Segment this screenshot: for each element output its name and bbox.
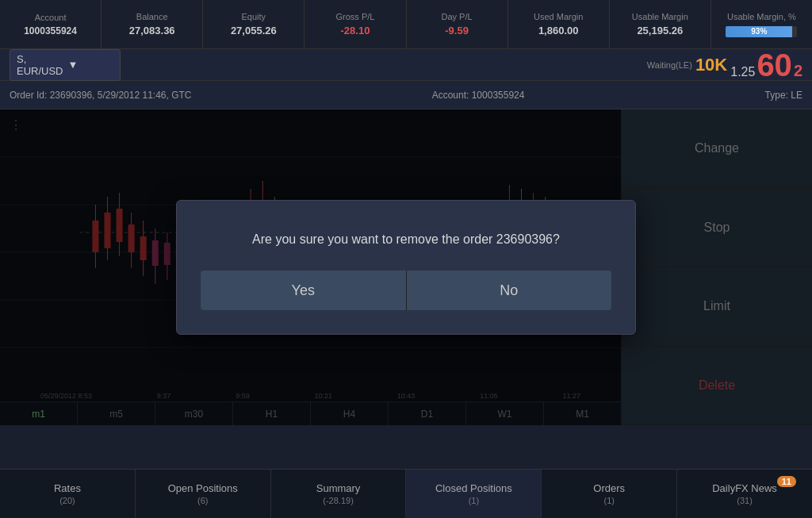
header-balance: Balance 27,083.36 <box>102 0 203 48</box>
order-info-bar: S, EUR/USD ▼ Waiting(LE) 10K 1.25 60 2 <box>0 49 812 81</box>
modal-dialog: Are you sure you want to remove the orde… <box>176 200 636 335</box>
header-usable-margin: Usable Margin 25,195.26 <box>610 0 711 48</box>
margin-bar: 93% <box>726 26 797 37</box>
modal-message: Are you sure you want to remove the orde… <box>201 232 611 247</box>
tab-dailyfx-news-count: (31) <box>737 496 753 505</box>
margin-bar-text: 93% <box>751 27 767 36</box>
header-gross-pl-value: -28.10 <box>341 25 370 36</box>
tab-dailyfx-news-badge: 11 <box>777 476 796 487</box>
order-id-text: Order Id: 23690396, 5/29/2012 11:46, GTC <box>10 90 192 101</box>
header-usable-margin-pct: Usable Margin, % 93% <box>711 0 812 48</box>
modal-yes-button[interactable]: Yes <box>201 271 407 310</box>
header-balance-value: 27,083.36 <box>129 25 175 36</box>
tab-open-positions[interactable]: Open Positions (6) <box>136 470 271 518</box>
tab-closed-positions-count: (1) <box>469 496 479 505</box>
header-usable-margin-label: Usable Margin <box>632 12 688 21</box>
header-used-margin-label: Used Margin <box>534 12 583 21</box>
tab-closed-positions[interactable]: Closed Positions (1) <box>406 470 542 518</box>
header-day-pl-value: -9.59 <box>445 25 469 36</box>
tab-orders-name: Orders <box>593 482 625 494</box>
tab-rates-count: (20) <box>59 496 75 505</box>
rate-suffix: 2 <box>794 62 802 80</box>
header-equity-label: Equity <box>242 12 266 21</box>
tab-rates[interactable]: Rates (20) <box>0 470 136 518</box>
order-account-text: Account: 1000355924 <box>432 90 525 101</box>
header-account-value: 1000355924 <box>24 25 77 36</box>
bottom-tabs: Rates (20) Open Positions (6) Summary (-… <box>0 469 812 518</box>
tab-summary-name: Summary <box>316 482 361 494</box>
modal-no-button[interactable]: No <box>407 271 612 310</box>
tab-dailyfx-news-name: DailyFX News <box>712 482 777 494</box>
rate-prefix: 1.25 <box>730 65 755 79</box>
tab-closed-positions-name: Closed Positions <box>435 482 512 494</box>
modal-overlay: Are you sure you want to remove the orde… <box>0 109 812 425</box>
chevron-down-icon: ▼ <box>68 59 113 71</box>
tab-orders[interactable]: Orders (1) <box>542 470 677 518</box>
order-amount: 10K <box>695 55 727 75</box>
tab-dailyfx-news[interactable]: 11 DailyFX News (31) <box>677 470 812 518</box>
rate-display: 1.25 60 2 <box>730 49 802 81</box>
header-used-margin: Used Margin 1,860.00 <box>508 0 610 48</box>
header-account-label: Account <box>35 13 67 22</box>
header-gross-pl-label: Gross P/L <box>335 12 374 21</box>
header-day-pl: Day P/L -9.59 <box>407 0 508 48</box>
tab-orders-count: (1) <box>604 496 615 505</box>
rate-main: 60 <box>756 49 792 81</box>
tab-open-positions-name: Open Positions <box>168 482 238 494</box>
waiting-status: Waiting(LE) <box>647 60 692 70</box>
tab-summary-count: (-28.19) <box>323 496 354 505</box>
header-account: Account 1000355924 <box>0 0 102 48</box>
header-equity: Equity 27,055.26 <box>203 0 304 48</box>
modal-buttons: Yes No <box>201 271 611 310</box>
margin-bar-fill: 93% <box>726 26 792 37</box>
header-bar: Account 1000355924 Balance 27,083.36 Equ… <box>0 0 812 49</box>
order-detail-bar: Order Id: 23690396, 5/29/2012 11:46, GTC… <box>0 81 812 109</box>
tab-rates-name: Rates <box>54 482 81 494</box>
header-balance-label: Balance <box>136 12 168 21</box>
order-type-text: Type: LE <box>765 90 802 101</box>
header-day-pl-label: Day P/L <box>441 12 472 21</box>
main-area: ⋮ <box>0 109 812 425</box>
header-usable-margin-pct-label: Usable Margin, % <box>727 12 796 21</box>
symbol-selector-value: S, EUR/USD <box>17 53 63 77</box>
header-used-margin-value: 1,860.00 <box>538 25 579 36</box>
header-gross-pl: Gross P/L -28.10 <box>304 0 406 48</box>
header-usable-margin-value: 25,195.26 <box>637 25 683 36</box>
order-bar-right: Waiting(LE) 10K 1.25 60 2 <box>647 49 802 81</box>
tab-open-positions-count: (6) <box>197 496 208 505</box>
symbol-selector[interactable]: S, EUR/USD ▼ <box>10 49 121 81</box>
header-equity-value: 27,055.26 <box>231 25 277 36</box>
tab-summary[interactable]: Summary (-28.19) <box>271 470 407 518</box>
